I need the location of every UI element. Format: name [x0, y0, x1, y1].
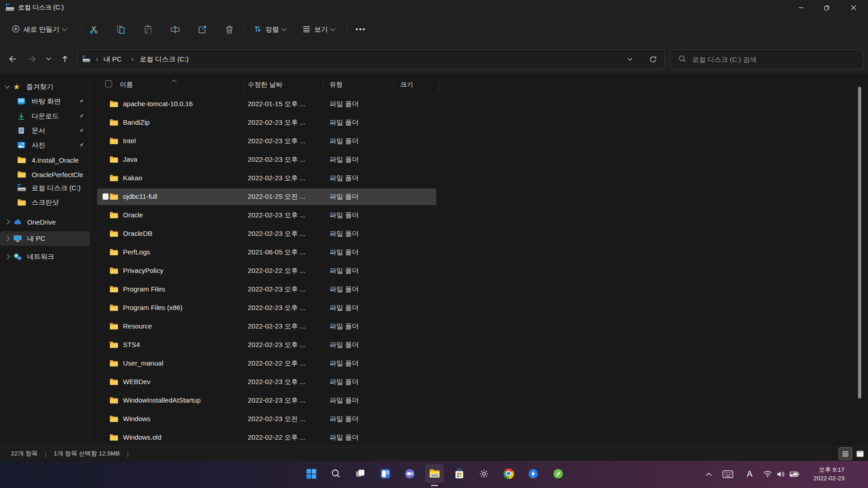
file-row[interactable]: WEBDev 2022-02-23 오후 ... 파일 폴더	[90, 373, 868, 391]
lightning-app-icon[interactable]	[524, 465, 542, 483]
file-row[interactable]: Program Files (x86) 2022-02-23 오후 ... 파일…	[90, 299, 868, 317]
file-row[interactable]: ojdbc11-full 2022-01-25 오전 ... 파일 폴더	[90, 188, 868, 206]
sidebar-item-downloads[interactable]: 다운로드	[0, 109, 90, 123]
selection-info: 1개 항목 선택함 12.5MB	[54, 450, 120, 458]
sidebar-item-onedrive[interactable]: OneDrive	[0, 215, 90, 229]
rename-button[interactable]	[166, 21, 184, 38]
sidebar-item-my-pc[interactable]: 내 PC	[0, 231, 90, 246]
widgets-icon[interactable]	[376, 465, 394, 483]
share-button[interactable]	[193, 21, 211, 38]
volume-icon[interactable]	[774, 467, 787, 481]
file-row[interactable]: Oracle 2022-02-23 오후 ... 파일 폴더	[90, 206, 868, 225]
spring-tool-suite-icon[interactable]	[549, 465, 567, 483]
microsoft-store-icon[interactable]	[450, 465, 468, 483]
file-name: WEBDev	[123, 378, 151, 385]
file-row[interactable]: Java 2022-02-23 오후 ... 파일 폴더	[90, 150, 868, 169]
ellipsis-icon: •••	[356, 25, 366, 33]
sidebar-item-4-install-oracle[interactable]: 4.Install_Oracle	[0, 153, 90, 167]
task-view-icon[interactable]	[351, 465, 369, 483]
sidebar-item-pictures[interactable]: 사진	[0, 138, 90, 152]
chevron-right-icon	[5, 220, 10, 224]
column-resize-handle[interactable]	[393, 80, 394, 91]
column-header-type[interactable]: 유형	[330, 80, 343, 89]
view-button[interactable]: 보기	[298, 21, 338, 38]
ime-mode-indicator[interactable]: A	[743, 467, 756, 481]
sidebar-item-oracleperfect[interactable]: OraclePerfectCle	[0, 167, 90, 182]
large-icons-view-button[interactable]	[854, 448, 866, 460]
folder-icon	[109, 415, 118, 424]
sidebar-favorites-header[interactable]: ★ 즐겨찾기	[0, 80, 90, 94]
column-header-date[interactable]: 수정한 날짜	[248, 80, 283, 89]
folder-icon	[109, 397, 118, 405]
copy-button[interactable]	[112, 21, 130, 38]
touch-keyboard-icon[interactable]	[722, 467, 734, 481]
start-button[interactable]	[302, 465, 320, 483]
sort-button[interactable]: 정렬	[250, 21, 289, 38]
file-row[interactable]: STS4 2022-02-23 오후 ... 파일 폴더	[90, 336, 868, 354]
file-row[interactable]: Program Files 2022-02-23 오후 ... 파일 폴더	[90, 280, 868, 299]
back-button[interactable]	[5, 52, 19, 65]
file-row[interactable]: Kakao 2022-02-23 오후 ... 파일 폴더	[90, 169, 868, 188]
sidebar-item-screenshots[interactable]: 스크린샷	[0, 195, 90, 210]
breadcrumb-my-pc[interactable]: 내 PC	[104, 54, 122, 64]
battery-charging-icon[interactable]	[788, 467, 800, 481]
file-row[interactable]: PerfLogs 2021-06-05 오후 ... 파일 폴더	[90, 243, 868, 262]
file-row[interactable]: Intel 2022-02-23 오후 ... 파일 폴더	[90, 132, 868, 150]
column-resize-handle[interactable]	[439, 80, 439, 91]
restore-button[interactable]	[816, 0, 837, 15]
pin-icon	[79, 127, 84, 135]
file-row[interactable]: Windows.old 2022-02-22 오후 ... 파일 폴더	[90, 428, 868, 447]
file-date-modified: 2022-02-23 오후 ...	[248, 396, 306, 405]
details-view-button[interactable]	[839, 448, 852, 460]
cut-button[interactable]	[85, 21, 103, 38]
file-row[interactable]: apache-tomcat-10.0.16 2022-01-15 오후 ... …	[90, 95, 868, 113]
taskbar-clock[interactable]: 오후 9:17 2022-02-23	[813, 465, 844, 483]
address-bar[interactable]: › 내 PC › 로컬 디스크 (C:)	[77, 49, 665, 69]
minimize-button[interactable]	[791, 0, 811, 15]
select-all-checkbox[interactable]	[105, 80, 112, 87]
hidden-icons-chevron[interactable]	[703, 467, 715, 481]
sidebar-item-documents[interactable]: 문서	[0, 123, 90, 138]
teams-chat-icon[interactable]	[401, 465, 419, 483]
more-options-button[interactable]: •••	[352, 21, 370, 38]
file-row[interactable]: PrivacyPolicy 2022-02-22 오후 ... 파일 폴더	[90, 262, 868, 280]
file-name: OracleDB	[123, 230, 152, 237]
address-dropdown-button[interactable]	[627, 54, 632, 64]
file-row[interactable]: Resource 2022-02-23 오후 ... 파일 폴더	[90, 317, 868, 336]
wifi-icon[interactable]	[761, 467, 774, 481]
taskbar: A 오후 9:17 2022-02-23 2	[0, 461, 868, 488]
file-type: 파일 폴더	[330, 341, 359, 349]
chrome-icon[interactable]	[500, 465, 518, 483]
file-row[interactable]: OracleDB 2022-02-23 오후 ... 파일 폴더	[90, 225, 868, 243]
up-button[interactable]	[58, 52, 71, 65]
forward-button[interactable]	[25, 52, 39, 65]
file-explorer-icon[interactable]	[425, 465, 443, 483]
file-name: PerfLogs	[123, 248, 150, 256]
column-resize-handle[interactable]	[323, 80, 323, 91]
file-row[interactable]: WindowInstalledAtStartup 2022-02-23 오후 .…	[90, 391, 868, 410]
file-row[interactable]: BandiZip 2022-02-23 오후 ... 파일 폴더	[90, 113, 868, 132]
column-resize-handle[interactable]	[244, 80, 245, 91]
sidebar-item-network[interactable]: 네트워크	[0, 249, 90, 264]
sidebar-item-local-disk-c[interactable]: 로컬 디스크 (C:)	[0, 181, 90, 195]
search-input[interactable]	[691, 50, 860, 69]
delete-button[interactable]	[220, 21, 238, 38]
settings-gear-icon[interactable]	[475, 465, 493, 483]
file-date-modified: 2022-02-23 오후 ...	[248, 230, 306, 238]
file-row[interactable]: User_manual 2022-02-22 오후 ... 파일 폴더	[90, 354, 868, 373]
search-icon[interactable]	[327, 465, 345, 483]
paste-button[interactable]	[139, 21, 157, 38]
recent-locations-button[interactable]	[42, 52, 54, 65]
row-checkbox[interactable]	[103, 193, 108, 200]
close-button[interactable]	[843, 0, 864, 15]
file-row[interactable]: Windows 2022-02-23 오전 ... 파일 폴더	[90, 410, 868, 428]
column-header-name[interactable]: 이름	[120, 80, 133, 89]
vertical-scrollbar[interactable]	[858, 87, 861, 399]
window-titlebar[interactable]: 로컬 디스크 (C:)	[0, 0, 868, 15]
refresh-button[interactable]	[649, 54, 657, 64]
search-box[interactable]	[670, 49, 863, 69]
column-header-size[interactable]: 크기	[400, 80, 413, 89]
sidebar-item-desktop[interactable]: 바탕 화면	[0, 94, 90, 108]
breadcrumb-local-disk-c[interactable]: 로컬 디스크 (C:)	[140, 54, 189, 64]
new-button[interactable]: 새로 만들기	[7, 21, 71, 38]
